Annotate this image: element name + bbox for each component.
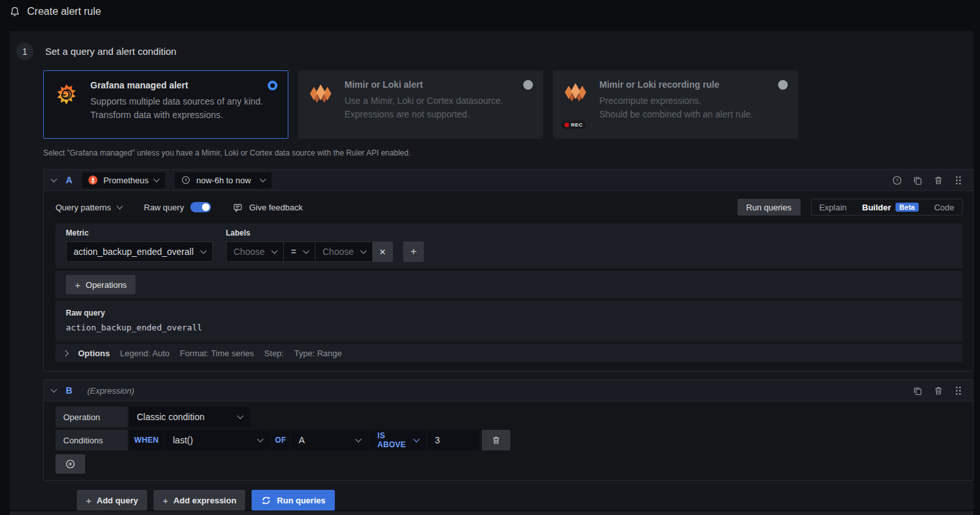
conditions-label: Conditions	[55, 430, 128, 450]
page-header: Create alert rule	[0, 0, 980, 23]
radio-unselected[interactable]	[778, 80, 788, 90]
comment-icon	[233, 203, 243, 212]
label-operator-select[interactable]: =	[283, 241, 315, 262]
time-range-value: now-6h to now	[196, 176, 251, 185]
chevron-down-icon	[303, 248, 310, 254]
grafana-logo-icon	[54, 80, 80, 129]
card-title: Mimir or Loki recording rule	[599, 79, 719, 90]
add-label-button[interactable]: +	[403, 241, 424, 262]
operation-label: Operation	[55, 407, 128, 427]
query-ref-select[interactable]: A	[291, 430, 368, 450]
raw-query-label: Raw query	[66, 308, 952, 318]
collapse-chevron-icon[interactable]	[51, 176, 57, 183]
svg-text:?: ?	[895, 177, 899, 183]
query-patterns-dropdown[interactable]: Query patterns	[55, 203, 122, 212]
prometheus-icon	[88, 176, 97, 185]
plus-icon: +	[86, 495, 92, 506]
metric-labels-block: Metric action_backup_ended_overall Label…	[55, 223, 963, 268]
add-condition-button[interactable]	[55, 454, 85, 474]
chevron-down-icon	[154, 176, 160, 183]
trash-icon[interactable]	[934, 386, 943, 396]
radio-unselected[interactable]	[523, 80, 533, 90]
chevron-down-icon	[259, 176, 266, 183]
step-section: 1 Set a query and alert condition	[10, 31, 974, 510]
expression-b-header: B (Expression)	[44, 380, 973, 401]
operation-select[interactable]: Classic condition	[129, 407, 250, 427]
rule-type-cards: Grafana managed alert Supports multiple …	[43, 70, 974, 139]
close-icon: ✕	[379, 247, 386, 257]
plus-circle-icon	[65, 459, 75, 469]
datasource-picker[interactable]: Prometheus	[82, 172, 165, 188]
add-expression-button[interactable]: + Add expression	[154, 490, 245, 510]
tab-code[interactable]: Code	[926, 199, 962, 215]
collapse-chevron-icon[interactable]	[51, 387, 57, 393]
radio-selected[interactable]	[268, 81, 277, 90]
label-value-select[interactable]: Choose	[315, 241, 373, 262]
step-header: 1 Set a query and alert condition	[16, 43, 974, 60]
card-title: Grafana managed alert	[90, 80, 188, 90]
trash-icon	[492, 436, 501, 445]
conditions-row: Conditions WHEN last() OF A	[55, 430, 963, 450]
time-range-picker[interactable]: now-6h to now	[175, 172, 272, 188]
query-panel-a: A Prometheus	[43, 169, 974, 372]
labels-label: Labels	[226, 228, 424, 237]
query-toolbar: Query patterns Raw query	[55, 197, 963, 217]
of-label-box: OF	[272, 430, 290, 450]
option-legend: Legend: Auto	[120, 348, 170, 358]
trash-icon[interactable]	[934, 176, 943, 185]
card-grafana-managed-alert[interactable]: Grafana managed alert Supports multiple …	[43, 70, 288, 139]
run-queries-button[interactable]: Run queries	[737, 199, 801, 216]
metric-value: action_backup_ended_overall	[74, 247, 194, 257]
label-filter-row: Choose = Choose	[226, 241, 424, 262]
evaluator-select[interactable]: IS ABOVE	[370, 430, 426, 450]
chevron-down-icon	[272, 248, 278, 254]
remove-condition-button[interactable]	[482, 430, 510, 450]
tab-explain[interactable]: Explain	[812, 199, 855, 215]
threshold-input[interactable]	[428, 430, 479, 450]
remove-label-button[interactable]: ✕	[372, 241, 393, 262]
run-queries-footer-button[interactable]: Run queries	[252, 490, 335, 510]
rule-type-helper-text: Select "Grafana managed" unless you have…	[43, 148, 974, 157]
add-condition-row	[55, 454, 963, 474]
help-icon[interactable]: ?	[892, 176, 902, 185]
step-number-badge: 1	[16, 43, 34, 60]
query-ref-label: A	[66, 175, 72, 185]
query-footer-actions: + Add query + Add expression Run queries	[77, 490, 974, 510]
query-options-row[interactable]: Options Legend: Auto Format: Time series…	[55, 344, 963, 362]
card-description: Supports multiple data sources of any ki…	[90, 95, 277, 122]
query-a-header: A Prometheus	[44, 170, 973, 191]
mimir-logo-icon	[308, 79, 334, 130]
chevron-down-icon	[117, 203, 123, 210]
card-mimir-loki-recording-rule[interactable]: REC Mimir or Loki recording rule Precomp…	[553, 70, 798, 139]
option-format: Format: Time series	[180, 348, 254, 358]
raw-query-label: Raw query	[144, 203, 184, 212]
add-operations-button[interactable]: + Operations	[66, 275, 135, 294]
expression-type-hint: (Expression)	[87, 386, 134, 396]
reducer-function-select[interactable]: last()	[165, 430, 270, 450]
add-query-button[interactable]: + Add query	[77, 490, 147, 510]
chevron-down-icon	[355, 436, 362, 443]
option-step: Step:	[265, 348, 284, 358]
drag-handle-icon[interactable]	[954, 386, 963, 396]
label-key-select[interactable]: Choose	[226, 241, 284, 262]
duplicate-icon[interactable]	[913, 386, 923, 396]
chevron-down-icon	[361, 248, 367, 254]
options-label: Options	[78, 348, 110, 358]
tab-builder[interactable]: Builder Beta	[854, 199, 926, 215]
datasource-name: Prometheus	[103, 176, 148, 185]
give-feedback-link[interactable]: Give feedback	[233, 203, 303, 212]
page-title: Create alert rule	[27, 6, 101, 17]
next-section-edge	[10, 511, 974, 515]
option-type: Type: Range	[294, 348, 342, 358]
chevron-down-icon	[414, 436, 420, 443]
drag-handle-icon[interactable]	[954, 176, 963, 185]
metric-select[interactable]: action_backup_ended_overall	[66, 241, 213, 262]
chevron-down-icon	[201, 248, 207, 254]
metric-field: Metric action_backup_ended_overall	[66, 228, 213, 262]
rec-badge: REC	[561, 121, 586, 129]
card-mimir-loki-alert[interactable]: Mimir or Loki alert Use a Mimir, Loki or…	[298, 70, 543, 139]
metric-label: Metric	[66, 228, 213, 237]
raw-query-toggle[interactable]	[190, 202, 211, 212]
raw-query-toggle-group: Raw query	[144, 202, 211, 212]
duplicate-icon[interactable]	[913, 176, 923, 185]
